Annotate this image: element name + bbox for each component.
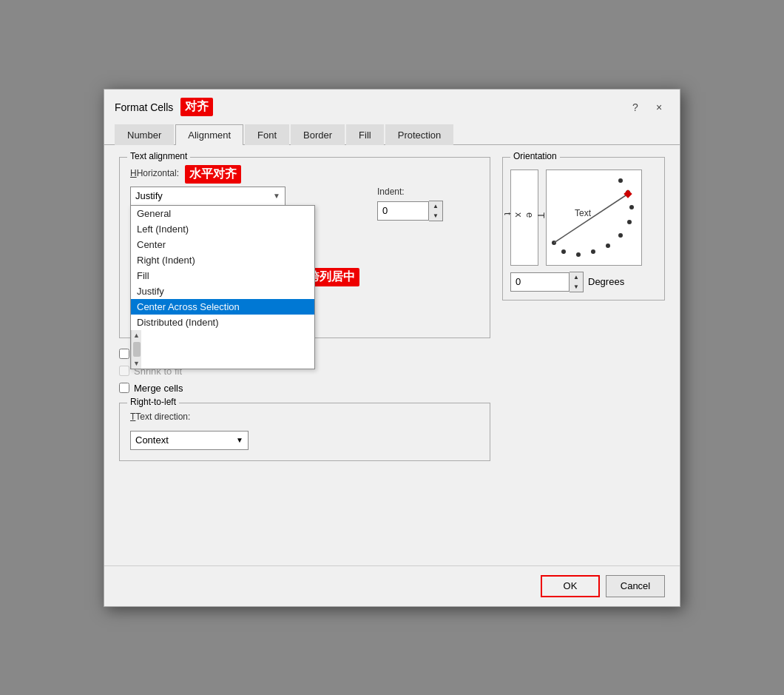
text-direction-value: Context (135, 434, 169, 446)
tab-number[interactable]: Number (115, 124, 174, 145)
text-vertical-box: Text (510, 169, 538, 266)
svg-line-10 (554, 194, 628, 243)
right-to-left-section: Right-to-left Right-to-left TText direct… (119, 403, 490, 461)
tab-fill[interactable]: Fill (346, 124, 384, 145)
cancel-button[interactable]: Cancel (606, 575, 665, 597)
format-cells-dialog: Format Cells 对齐 ? × Number Alignment Fon… (104, 89, 680, 607)
orientation-dots-svg: Text (547, 170, 643, 266)
left-panel: Text alignment HHorizontal: 水平对齐 (119, 157, 490, 461)
close-button[interactable]: × (649, 97, 669, 118)
text-direction-dropdown[interactable]: Context ▼ (130, 431, 249, 450)
orientation-title: Orientation (510, 151, 560, 161)
svg-point-5 (606, 244, 610, 248)
text-direction-chevron-icon: ▼ (236, 436, 243, 444)
horizontal-dropdown-items: General Left (Indent) Center Right (Inde… (131, 206, 314, 330)
text-angled-box: Text (546, 169, 642, 266)
orientation-visuals: Text (510, 169, 657, 266)
horizontal-align-group: HHorizontal: 水平对齐 Justify ▼ (130, 165, 479, 286)
scroll-up-arrow[interactable]: ▲ (132, 330, 142, 340)
merge-cells-label[interactable]: Merge cells (134, 383, 183, 394)
svg-rect-11 (624, 189, 632, 198)
horizontal-dropdown-wrapper: Justify ▼ General Left (Indent) Center (130, 187, 285, 206)
dialog-title: Format Cells (115, 101, 173, 113)
text-alignment-title: Text alignment (127, 151, 190, 161)
svg-point-7 (576, 252, 581, 257)
option-fill[interactable]: Fill (131, 268, 314, 283)
indent-label: Indent: (377, 187, 443, 197)
tab-alignment[interactable]: Alignment (175, 124, 243, 145)
option-center[interactable]: Center (131, 237, 314, 252)
tab-font[interactable]: Font (245, 124, 289, 145)
degree-input[interactable] (510, 272, 570, 292)
horizontal-label: HHorizontal: (130, 168, 179, 178)
degree-spinner: ▲ ▼ (510, 272, 584, 292)
svg-point-4 (618, 233, 623, 238)
svg-point-8 (561, 249, 566, 254)
tab-bar: Number Alignment Font Border Fill Protec… (104, 118, 680, 145)
svg-text:Text: Text (575, 208, 592, 218)
scroll-thumb (133, 342, 141, 357)
option-general[interactable]: General (131, 206, 314, 221)
tab-border[interactable]: Border (291, 124, 345, 145)
degrees-label: Degrees (588, 276, 624, 287)
shrink-to-fit-checkbox[interactable] (119, 366, 129, 376)
vertical-text-display: Text (502, 212, 547, 223)
title-bar-left: Format Cells 对齐 (115, 98, 213, 116)
svg-point-2 (629, 205, 634, 209)
option-left-indent[interactable]: Left (Indent) (131, 221, 314, 237)
right-panel: Orientation Text (502, 157, 665, 461)
indent-spinner: ▲ ▼ (377, 201, 443, 221)
orientation-panel: Orientation Text (502, 157, 665, 301)
horizontal-chevron-icon: ▼ (273, 192, 280, 200)
horizontal-annotation: 水平对齐 (185, 165, 241, 184)
scroll-down-arrow[interactable]: ▼ (132, 358, 142, 369)
degree-row: ▲ ▼ Degrees (510, 272, 657, 292)
horizontal-value: Justify (135, 190, 163, 201)
main-area: Text alignment HHorizontal: 水平对齐 (119, 157, 665, 461)
horizontal-scrollbar: ▲ ▼ (131, 330, 141, 369)
title-bar-buttons: ? × (625, 97, 669, 118)
option-distributed-indent[interactable]: Distributed (Indent) (131, 315, 314, 330)
degree-up-button[interactable]: ▲ (570, 272, 583, 282)
text-direction-label: TText direction: (130, 412, 190, 422)
text-alignment-section: Text alignment HHorizontal: 水平对齐 (119, 157, 490, 338)
degree-down-button[interactable]: ▼ (570, 282, 583, 292)
indent-down-button[interactable]: ▼ (429, 211, 442, 221)
indent-spinner-buttons: ▲ ▼ (429, 201, 443, 221)
wrap-text-checkbox[interactable] (119, 349, 129, 359)
help-button[interactable]: ? (625, 97, 646, 118)
svg-point-0 (618, 178, 623, 183)
svg-point-6 (591, 249, 595, 254)
option-center-across[interactable]: Center Across Selection (131, 299, 314, 315)
degree-spinner-buttons: ▲ ▼ (570, 272, 584, 292)
indent-input[interactable] (377, 201, 429, 221)
option-right-indent[interactable]: Right (Indent) (131, 252, 314, 268)
dialog-content: Text alignment HHorizontal: 水平对齐 (104, 145, 680, 565)
horizontal-dropdown-list: General Left (Indent) Center Right (Inde… (130, 205, 315, 369)
ok-button[interactable]: OK (541, 575, 600, 597)
indent-group: Indent: ▲ ▼ (377, 187, 443, 221)
svg-point-3 (627, 220, 632, 224)
indent-up-button[interactable]: ▲ (429, 201, 442, 211)
title-bar: Format Cells 对齐 ? × (104, 90, 680, 118)
dialog-footer: OK Cancel (104, 565, 680, 606)
merge-cells-row: Merge cells (119, 383, 490, 394)
tab-protection[interactable]: Protection (385, 124, 454, 145)
merge-cells-checkbox[interactable] (119, 383, 129, 393)
horizontal-dropdown[interactable]: Justify ▼ (130, 187, 285, 206)
option-justify[interactable]: Justify (131, 283, 314, 299)
title-annotation: 对齐 (180, 98, 213, 116)
